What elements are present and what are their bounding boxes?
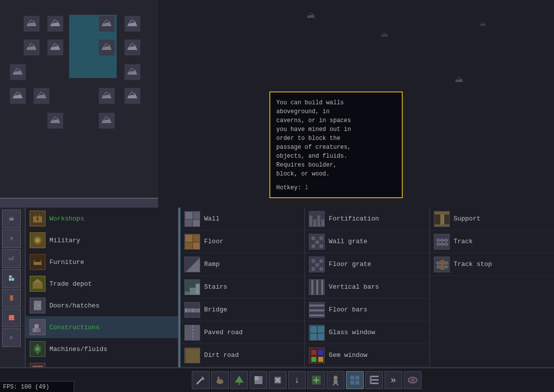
- tooltip-hotkey: Hotkey: l: [276, 184, 396, 191]
- svg-rect-92: [441, 238, 443, 246]
- map-tile: ⛰: [99, 113, 115, 129]
- svg-rect-31: [185, 235, 192, 242]
- toolbar-btn-eraser[interactable]: [269, 371, 287, 389]
- tooltip-text: You can build walls aboveground, in cave…: [276, 98, 396, 178]
- svg-rect-114: [334, 380, 338, 384]
- svg-rect-86: [434, 212, 450, 215]
- menu-label-military: Military: [49, 237, 80, 244]
- toolbar-btn-down[interactable]: ↓: [288, 371, 306, 389]
- menu-item-constructions[interactable]: Constructions: [26, 316, 178, 338]
- build-item-dirt-road[interactable]: Dirt road: [180, 344, 304, 367]
- build-label-bridge: Bridge: [204, 306, 227, 313]
- svg-rect-6: [34, 262, 42, 265]
- map-tile: ⛰: [99, 88, 115, 104]
- build-item-wall[interactable]: Wall: [180, 208, 304, 230]
- svg-rect-72: [309, 305, 325, 306]
- build-item-floor-bars[interactable]: Floor bars: [305, 299, 429, 321]
- svg-rect-3: [37, 218, 39, 220]
- svg-rect-7: [34, 260, 35, 262]
- bottom-toolbar: ↓ »: [188, 367, 554, 392]
- svg-rect-74: [309, 314, 325, 316]
- svg-rect-97: [437, 261, 439, 269]
- toolbar-btn-tree[interactable]: [230, 371, 248, 389]
- build-item-floor-grate[interactable]: Floor grate: [305, 253, 429, 276]
- toolbar-btn-pickaxe[interactable]: [192, 371, 210, 389]
- map-tile: ⛰: [125, 88, 140, 104]
- menu-item-machines-fluids[interactable]: Machines/fluids: [26, 338, 178, 360]
- build-label-fortification: Fortification: [329, 215, 379, 222]
- svg-rect-12: [34, 301, 41, 310]
- svg-point-62: [311, 259, 315, 263]
- build-label-track: Track: [454, 238, 473, 245]
- menu-item-military[interactable]: Military: [26, 229, 178, 251]
- svg-point-57: [319, 236, 323, 240]
- build-item-floor[interactable]: Floor: [180, 230, 304, 253]
- map-tile: ⛰: [125, 40, 140, 55]
- map-tile: ⛰: [47, 113, 63, 129]
- toolbar-btn-fastforward[interactable]: »: [384, 371, 402, 389]
- build-item-bridge[interactable]: Bridge: [180, 299, 304, 321]
- menu-item-doors-hatches[interactable]: Doors/hatches: [26, 295, 178, 316]
- svg-rect-118: [355, 376, 359, 380]
- build-item-wall-grate[interactable]: Wall grate: [305, 230, 429, 253]
- svg-rect-16: [35, 324, 39, 328]
- svg-rect-87: [434, 224, 450, 227]
- map-tile: ⛰: [99, 16, 115, 32]
- build-item-support[interactable]: Support: [430, 208, 554, 230]
- build-item-track-stop[interactable]: Track stop: [430, 253, 554, 276]
- svg-rect-38: [185, 292, 190, 295]
- svg-point-18: [36, 347, 40, 351]
- svg-rect-117: [350, 376, 354, 380]
- toolbar-btn-eye[interactable]: [404, 371, 422, 389]
- toolbar-btn-hand[interactable]: [211, 371, 229, 389]
- build-item-track[interactable]: Track: [430, 230, 554, 253]
- build-item-fortification[interactable]: Fortification: [305, 208, 429, 230]
- svg-point-127: [412, 380, 414, 381]
- svg-rect-14: [33, 328, 37, 332]
- svg-rect-124: [370, 376, 372, 384]
- svg-rect-103: [238, 383, 240, 385]
- svg-rect-15: [37, 328, 41, 332]
- build-item-paved-road[interactable]: Paved road: [180, 321, 304, 344]
- menu-label-doors-hatches: Doors/hatches: [49, 302, 99, 309]
- build-item-vertical-bars[interactable]: Vertical bars: [305, 276, 429, 299]
- build-col-3: Support Track Track stop: [430, 208, 554, 367]
- svg-point-59: [319, 244, 323, 248]
- svg-rect-9: [33, 283, 43, 289]
- map-tile: ⛰: [24, 40, 40, 55]
- svg-rect-27: [193, 212, 200, 219]
- svg-rect-91: [437, 238, 439, 246]
- toolbar-btn-grid[interactable]: [346, 371, 364, 389]
- svg-point-113: [334, 376, 338, 380]
- menu-label-machines: Machines/fluids: [49, 346, 107, 353]
- build-col-2: Fortification Wall grate Floor grate Ver…: [305, 208, 429, 367]
- map-tile: ⛰: [10, 88, 26, 104]
- svg-rect-1: [35, 215, 37, 217]
- build-item-ramp[interactable]: Ramp: [180, 253, 304, 276]
- build-label-floor-grate: Floor grate: [329, 261, 371, 268]
- menu-item-trade-depot[interactable]: Trade depot: [26, 273, 178, 295]
- build-item-glass-window[interactable]: Glass window: [305, 321, 429, 344]
- toolbar-btn-add[interactable]: [307, 371, 325, 389]
- build-item-stairs[interactable]: Stairs: [180, 276, 304, 299]
- toolbar-btn-block[interactable]: [250, 371, 267, 389]
- svg-rect-68: [311, 280, 313, 295]
- svg-rect-8: [40, 260, 42, 262]
- menu-label-constructions: Constructions: [49, 324, 99, 331]
- build-col-1: Wall Floor Ramp Stairs Bridge: [180, 208, 305, 367]
- svg-rect-34: [193, 243, 200, 250]
- svg-rect-105: [255, 376, 258, 380]
- svg-rect-54: [321, 219, 325, 227]
- toolbar-btn-person[interactable]: [327, 371, 344, 389]
- svg-point-13: [39, 305, 40, 306]
- toolbar-btn-menu[interactable]: [365, 371, 383, 389]
- svg-rect-93: [445, 238, 447, 246]
- svg-rect-29: [193, 220, 200, 227]
- build-item-gem-window[interactable]: Gem window: [305, 344, 429, 367]
- svg-rect-99: [440, 260, 444, 270]
- menu-item-furniture[interactable]: Furniture: [26, 251, 178, 273]
- svg-point-101: [216, 379, 223, 384]
- map-tile: ⛰: [125, 16, 140, 32]
- svg-point-56: [311, 236, 315, 240]
- menu-item-workshops[interactable]: Workshops: [26, 208, 178, 229]
